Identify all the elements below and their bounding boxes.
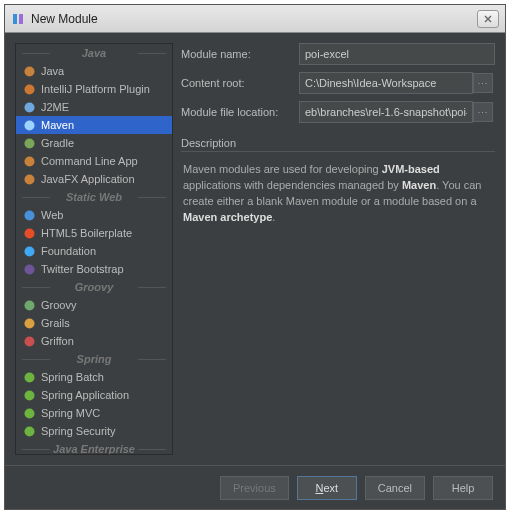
- sidebar-item-javafx-application[interactable]: JavaFX Application: [16, 170, 172, 188]
- sidebar-item-label: Gradle: [41, 137, 74, 149]
- sidebar-item-spring-mvc[interactable]: Spring MVC: [16, 404, 172, 422]
- sidebar-item-label: Web: [41, 209, 63, 221]
- close-button[interactable]: [477, 10, 499, 28]
- svg-point-13: [24, 300, 34, 310]
- svg-point-7: [24, 156, 34, 166]
- sidebar-item-spring-security[interactable]: Spring Security: [16, 422, 172, 440]
- sidebar-item-label: Griffon: [41, 335, 74, 347]
- svg-point-18: [24, 408, 34, 418]
- sidebar-item-label: JavaFX Application: [41, 173, 135, 185]
- grails-icon: [22, 316, 36, 330]
- module-name-input[interactable]: [299, 43, 495, 65]
- gradle-icon: [22, 136, 36, 150]
- sidebar-item-groovy[interactable]: Groovy: [16, 296, 172, 314]
- sidebar-item-griffon[interactable]: Griffon: [16, 332, 172, 350]
- content-root-browse-button[interactable]: ···: [473, 73, 493, 93]
- sidebar-item-label: Spring Security: [41, 425, 116, 437]
- svg-point-3: [24, 84, 34, 94]
- sidebar-item-twitter-bootstrap[interactable]: Twitter Bootstrap: [16, 260, 172, 278]
- svg-point-10: [24, 228, 34, 238]
- titlebar: New Module: [5, 5, 505, 33]
- module-name-label: Module name:: [181, 48, 299, 60]
- sidebar-item-command-line-app[interactable]: Command Line App: [16, 152, 172, 170]
- spring-icon: [22, 406, 36, 420]
- module-file-label: Module file location:: [181, 106, 299, 118]
- sidebar-item-label: J2ME: [41, 101, 69, 113]
- dialog-footer: Previous Next Cancel Help: [5, 465, 505, 509]
- bootstrap-icon: [22, 262, 36, 276]
- cancel-button[interactable]: Cancel: [365, 476, 425, 500]
- svg-point-4: [24, 102, 34, 112]
- sidebar-category: Spring: [16, 350, 172, 368]
- previous-button: Previous: [220, 476, 289, 500]
- sidebar-item-java[interactable]: Java: [16, 62, 172, 80]
- module-form: Module name: Content root: ··· Module fi…: [181, 43, 495, 123]
- maven-icon: [22, 118, 36, 132]
- sidebar-category: Java: [16, 44, 172, 62]
- svg-point-9: [24, 210, 34, 220]
- sidebar-item-label: Command Line App: [41, 155, 138, 167]
- sidebar-item-maven[interactable]: Maven: [16, 116, 172, 134]
- spring-icon: [22, 388, 36, 402]
- sidebar-item-intellij-platform-plugin[interactable]: IntelliJ Platform Plugin: [16, 80, 172, 98]
- plugin-icon: [22, 82, 36, 96]
- svg-point-6: [24, 138, 34, 148]
- svg-point-19: [24, 426, 34, 436]
- svg-point-12: [24, 264, 34, 274]
- sidebar-item-label: Spring Batch: [41, 371, 104, 383]
- spring-icon: [22, 424, 36, 438]
- app-logo-icon: [11, 12, 25, 26]
- description-heading: Description: [181, 137, 495, 149]
- module-file-browse-button[interactable]: ···: [473, 102, 493, 122]
- svg-point-5: [24, 120, 34, 130]
- sidebar-item-grails[interactable]: Grails: [16, 314, 172, 332]
- griffon-icon: [22, 334, 36, 348]
- svg-point-17: [24, 390, 34, 400]
- sidebar-category: Java Enterprise: [16, 440, 172, 455]
- sidebar-item-gradle[interactable]: Gradle: [16, 134, 172, 152]
- sidebar-item-label: Grails: [41, 317, 70, 329]
- sidebar-category: Groovy: [16, 278, 172, 296]
- sidebar-category: Static Web: [16, 188, 172, 206]
- sidebar-item-label: Spring Application: [41, 389, 129, 401]
- sidebar-item-label: Twitter Bootstrap: [41, 263, 124, 275]
- description-text: Maven modules are used for developing JV…: [181, 156, 495, 232]
- window-title: New Module: [31, 12, 477, 26]
- svg-rect-0: [13, 14, 17, 24]
- sidebar-item-label: Groovy: [41, 299, 76, 311]
- sidebar-item-web[interactable]: Web: [16, 206, 172, 224]
- folder-icon: [22, 64, 36, 78]
- module-type-sidebar[interactable]: JavaJavaIntelliJ Platform PluginJ2MEMave…: [15, 43, 173, 455]
- sidebar-item-foundation[interactable]: Foundation: [16, 242, 172, 260]
- sidebar-item-label: IntelliJ Platform Plugin: [41, 83, 150, 95]
- sidebar-item-label: Foundation: [41, 245, 96, 257]
- close-icon: [484, 15, 492, 23]
- sidebar-item-spring-batch[interactable]: Spring Batch: [16, 368, 172, 386]
- html5-icon: [22, 226, 36, 240]
- javafx-icon: [22, 172, 36, 186]
- sidebar-item-j2me[interactable]: J2ME: [16, 98, 172, 116]
- svg-point-8: [24, 174, 34, 184]
- j2me-icon: [22, 100, 36, 114]
- sidebar-item-label: Spring MVC: [41, 407, 100, 419]
- foundation-icon: [22, 244, 36, 258]
- sidebar-item-label: Java: [41, 65, 64, 77]
- svg-point-2: [24, 66, 34, 76]
- dialog-body: JavaJavaIntelliJ Platform PluginJ2MEMave…: [5, 33, 505, 465]
- web-icon: [22, 208, 36, 222]
- main-panel: Module name: Content root: ··· Module fi…: [181, 43, 495, 455]
- sidebar-item-label: Maven: [41, 119, 74, 131]
- module-file-input[interactable]: [299, 101, 473, 123]
- sidebar-item-spring-application[interactable]: Spring Application: [16, 386, 172, 404]
- spring-icon: [22, 370, 36, 384]
- help-button[interactable]: Help: [433, 476, 493, 500]
- sidebar-item-html5-boilerplate[interactable]: HTML5 Boilerplate: [16, 224, 172, 242]
- content-root-input[interactable]: [299, 72, 473, 94]
- next-button[interactable]: Next: [297, 476, 357, 500]
- groovy-icon: [22, 298, 36, 312]
- svg-point-11: [24, 246, 34, 256]
- svg-rect-1: [19, 14, 23, 24]
- sidebar-item-label: HTML5 Boilerplate: [41, 227, 132, 239]
- svg-point-14: [24, 318, 34, 328]
- new-module-dialog: New Module JavaJavaIntelliJ Platform Plu…: [4, 4, 506, 510]
